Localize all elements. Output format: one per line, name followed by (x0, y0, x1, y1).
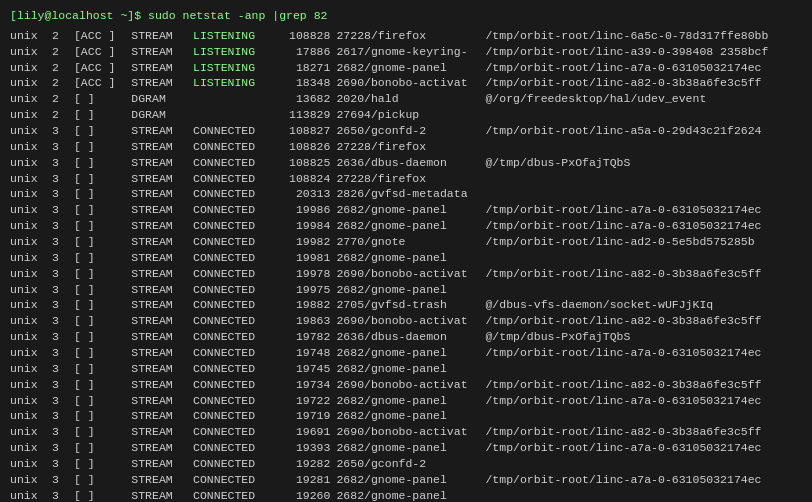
cell-0: unix (10, 440, 52, 456)
cell-1: 3 (52, 377, 74, 393)
cell-7: /tmp/orbit-root/linc-a7a-0-63105032174ec (485, 472, 802, 488)
cell-5: 19719 (272, 408, 336, 424)
cell-0: unix (10, 91, 52, 107)
cell-7 (485, 186, 802, 202)
cell-6: 2682/gnome-panel (336, 488, 485, 502)
cell-4: CONNECTED (193, 266, 272, 282)
cell-6: 2617/gnome-keyring- (336, 44, 485, 60)
table-row: unix3[ ]STREAMCONNECTED198632690/bonobo-… (10, 313, 802, 329)
cell-6: 27694/pickup (336, 107, 485, 123)
cell-4: CONNECTED (193, 123, 272, 139)
cell-5: 18348 (272, 75, 336, 91)
cell-0: unix (10, 202, 52, 218)
cell-0: unix (10, 139, 52, 155)
cell-4: CONNECTED (193, 186, 272, 202)
cell-4: CONNECTED (193, 488, 272, 502)
table-row: unix2[ACC ]STREAMLISTENING10882827228/fi… (10, 28, 802, 44)
cell-6: 2690/bonobo-activat (336, 266, 485, 282)
cell-3: STREAM (131, 202, 193, 218)
cell-3: STREAM (131, 139, 193, 155)
cell-5: 108827 (272, 123, 336, 139)
cell-2: [ ] (74, 297, 131, 313)
cell-6: 2636/dbus-daemon (336, 155, 485, 171)
cell-2: [ ] (74, 393, 131, 409)
cell-7 (485, 361, 802, 377)
table-row: unix2[ACC ]STREAMLISTENING183482690/bono… (10, 75, 802, 91)
cell-6: 2826/gvfsd-metadata (336, 186, 485, 202)
cell-7: /tmp/orbit-root/linc-a7a-0-63105032174ec (485, 345, 802, 361)
cell-7: /tmp/orbit-root/linc-a82-0-3b38a6fe3c5ff (485, 75, 802, 91)
cell-5: 19863 (272, 313, 336, 329)
cell-0: unix (10, 297, 52, 313)
cell-2: [ ] (74, 424, 131, 440)
table-row: unix3[ ]STREAMCONNECTED192812682/gnome-p… (10, 472, 802, 488)
cell-0: unix (10, 456, 52, 472)
cell-6: 2690/bonobo-activat (336, 377, 485, 393)
cell-4: CONNECTED (193, 202, 272, 218)
cell-6: 2682/gnome-panel (336, 472, 485, 488)
cell-2: [ ] (74, 250, 131, 266)
cell-6: 27228/firefox (336, 28, 485, 44)
cell-0: unix (10, 345, 52, 361)
cell-6: 2682/gnome-panel (336, 282, 485, 298)
cell-7 (485, 139, 802, 155)
cell-0: unix (10, 171, 52, 187)
cell-2: [ACC ] (74, 60, 131, 76)
cell-1: 2 (52, 91, 74, 107)
cell-1: 2 (52, 107, 74, 123)
cell-4: LISTENING (193, 75, 272, 91)
cell-7: /tmp/orbit-root/linc-a82-0-3b38a6fe3c5ff (485, 313, 802, 329)
cell-5: 113829 (272, 107, 336, 123)
table-row: unix3[ ]STREAMCONNECTED197192682/gnome-p… (10, 408, 802, 424)
cell-7 (485, 250, 802, 266)
cell-1: 3 (52, 250, 74, 266)
cell-1: 3 (52, 202, 74, 218)
cell-7: /tmp/orbit-root/linc-a82-0-3b38a6fe3c5ff (485, 424, 802, 440)
cell-6: 2682/gnome-panel (336, 361, 485, 377)
cell-1: 2 (52, 75, 74, 91)
cell-1: 3 (52, 266, 74, 282)
cell-5: 19691 (272, 424, 336, 440)
cell-3: STREAM (131, 60, 193, 76)
cell-7: /tmp/orbit-root/linc-a5a-0-29d43c21f2624 (485, 123, 802, 139)
table-row: unix2[ ]DGRAM136822020/hald@/org/freedes… (10, 91, 802, 107)
cell-3: STREAM (131, 456, 193, 472)
cell-7: /tmp/orbit-root/linc-a39-0-398408 2358bc… (485, 44, 802, 60)
cell-6: 2650/gconfd-2 (336, 456, 485, 472)
cell-4: CONNECTED (193, 345, 272, 361)
cell-3: STREAM (131, 472, 193, 488)
cell-1: 3 (52, 408, 74, 424)
cell-4: CONNECTED (193, 472, 272, 488)
netstat-table: unix2[ACC ]STREAMLISTENING10882827228/fi… (10, 28, 802, 502)
cell-2: [ ] (74, 107, 131, 123)
table-row: unix3[ ]STREAMCONNECTED197482682/gnome-p… (10, 345, 802, 361)
cell-5: 19281 (272, 472, 336, 488)
cell-7 (485, 456, 802, 472)
cell-0: unix (10, 488, 52, 502)
cell-6: 2682/gnome-panel (336, 60, 485, 76)
cell-5: 19882 (272, 297, 336, 313)
cell-2: [ ] (74, 472, 131, 488)
cell-3: STREAM (131, 28, 193, 44)
table-row: unix3[ ]STREAMCONNECTED197342690/bonobo-… (10, 377, 802, 393)
cell-6: 2682/gnome-panel (336, 408, 485, 424)
cell-1: 3 (52, 313, 74, 329)
cell-1: 2 (52, 28, 74, 44)
cell-0: unix (10, 266, 52, 282)
cell-6: 2682/gnome-panel (336, 393, 485, 409)
cell-5: 17886 (272, 44, 336, 60)
cell-1: 3 (52, 282, 74, 298)
cell-1: 3 (52, 297, 74, 313)
cell-3: STREAM (131, 329, 193, 345)
cell-7: /tmp/orbit-root/linc-6a5c-0-78d317ffe80b… (485, 28, 802, 44)
cell-1: 3 (52, 488, 74, 502)
cell-6: 2682/gnome-panel (336, 218, 485, 234)
cell-2: [ACC ] (74, 28, 131, 44)
table-row: unix2[ ]DGRAM11382927694/pickup (10, 107, 802, 123)
cell-3: STREAM (131, 123, 193, 139)
cell-6: 2690/bonobo-activat (336, 313, 485, 329)
cell-4: CONNECTED (193, 155, 272, 171)
cell-2: [ ] (74, 202, 131, 218)
cell-0: unix (10, 250, 52, 266)
cell-5: 19975 (272, 282, 336, 298)
